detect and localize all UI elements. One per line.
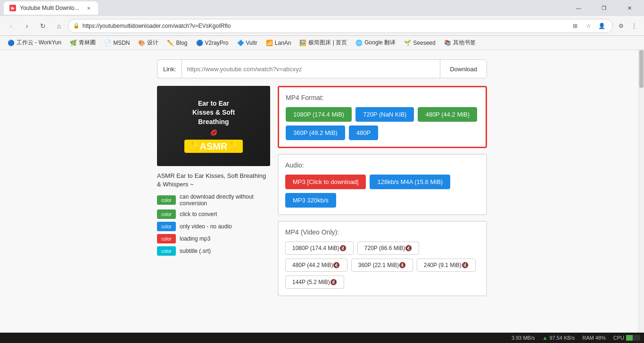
url-text: https://youtubemultidownloader.com/watch… (83, 23, 566, 29)
download-button[interactable]: Download (440, 60, 487, 78)
audio-btn-grid: MP3 [Click to download] 128kb/s M4A (15.… (285, 175, 479, 208)
menu-btn[interactable]: ⋮ (628, 20, 640, 32)
page-inner: Link: Download Ear to Ear Kisses & Soft (0, 50, 644, 311)
bookmark-design[interactable]: 🎨 设计 (134, 37, 162, 49)
gtranslate-icon: 🌐 (355, 40, 363, 46)
msdn-icon: 📄 (104, 40, 111, 46)
mp4-1080p-btn[interactable]: 1080P (174.4 MiB) (286, 107, 352, 122)
video-only-section: MP4 (Video Only): 1080P (174.4 MiB)🔇 720… (278, 221, 487, 296)
legend-item-5: color subtitle (.srt) (157, 246, 270, 256)
close-btn[interactable]: ✕ (619, 0, 640, 16)
cpu-fill (626, 335, 633, 341)
vo-720p-btn[interactable]: 720P (86.6 MiB)🔇 (357, 242, 420, 255)
bookmark-google-translate[interactable]: 🌐 Google 翻译 (352, 37, 399, 49)
bookmark-qinglin[interactable]: 🌿 青林圃 (66, 37, 99, 49)
content-area: Ear to Ear Kisses & Soft Breathing 💋 ✨AS… (157, 86, 487, 302)
gtranslate-label: Google 翻译 (364, 39, 396, 47)
legend-color-5: color (157, 246, 176, 256)
lock-icon: 🔒 (73, 23, 80, 29)
imgbed-label: 极简图床 | 首页 (308, 39, 347, 47)
vultr-icon: 🔷 (237, 40, 244, 46)
maximize-btn[interactable]: ❐ (593, 0, 615, 16)
ram-label: RAM 48% (582, 335, 606, 341)
vo-480p-btn[interactable]: 480P (44.2 MiB)🔇 (285, 259, 347, 272)
legend-color-1: color (157, 195, 176, 205)
vo-1080p-btn[interactable]: 1080P (174.4 MiB)🔇 (285, 242, 354, 255)
bookmarks-bar: 🔵 工作云 - WorkYun 🌿 青林圃 📄 MSDN 🎨 设计 ✏️ Blo… (0, 36, 644, 50)
profile-icon[interactable]: 👤 (595, 20, 608, 32)
bookmark-v2ray[interactable]: 🔵 V2rayPro (192, 37, 232, 49)
mp4-480p-btn[interactable]: 480P (44.2 MiB) (418, 107, 477, 122)
blog-label: Blog (176, 40, 187, 46)
bookmark-blog[interactable]: ✏️ Blog (163, 37, 191, 49)
legend-text-4: loading mp3 (180, 235, 210, 242)
lanan-icon: 📶 (266, 40, 273, 46)
bookmark-icon[interactable]: ☆ (582, 20, 594, 32)
scrollbar-thumb[interactable] (639, 50, 644, 88)
thumb-title-line1: Ear to Ear (198, 99, 229, 109)
network-speed: 3.93 MB/s (512, 335, 535, 341)
forward-btn[interactable]: › (20, 19, 34, 33)
bookmark-vultr[interactable]: 🔷 Vultr (233, 37, 261, 49)
mp4-360p-btn[interactable]: 360P (49.2 MiB) (286, 125, 345, 140)
bookmark-imgbed[interactable]: 🖼️ 极简图床 | 首页 (296, 37, 351, 49)
mp4-480p-only-btn[interactable]: 480P (349, 125, 378, 140)
legend: color can download directly without conv… (157, 193, 270, 256)
vo-360p-btn[interactable]: 360P (22.1 MiB)🔇 (351, 259, 413, 272)
link-bar: Link: Download (157, 59, 487, 78)
extensions-btn[interactable]: ⚙ (615, 20, 627, 32)
bookmark-workyun[interactable]: 🔵 工作云 - WorkYun (4, 37, 65, 49)
others-label: 其他书签 (453, 39, 476, 47)
back-btn[interactable]: ‹ (4, 19, 18, 33)
bookmark-msdn[interactable]: 📄 MSDN (100, 37, 133, 49)
legend-item-1: color can download directly without conv… (157, 193, 270, 207)
translate-icon[interactable]: ⊞ (569, 20, 581, 32)
cpu-bar (626, 335, 640, 341)
address-actions: ⊞ ☆ 👤 (569, 20, 608, 32)
thumb-overlay: Ear to Ear Kisses & Soft Breathing 💋 ✨AS… (157, 86, 270, 166)
mp4-btn-grid: 1080P (174.4 MiB) 720P (NaN KiB) 480P (4… (286, 107, 479, 140)
seeseed-icon: 🌱 (404, 40, 411, 46)
video-thumbnail: Ear to Ear Kisses & Soft Breathing 💋 ✨AS… (157, 86, 270, 166)
vo-144p-btn[interactable]: 144P (5.2 MiB)🔇 (285, 276, 344, 289)
seeseed-label: Seeseed (413, 40, 435, 46)
qinglin-icon: 🌿 (70, 40, 77, 46)
legend-item-2: color click to convert (157, 209, 270, 219)
tab-title: Youtube Multi Downlo... (20, 5, 79, 11)
bookmark-lanan[interactable]: 📶 LanAn (262, 37, 295, 49)
link-input[interactable] (182, 60, 440, 78)
mp3-320k-btn[interactable]: MP3 320kb/s (285, 193, 336, 208)
legend-color-4: color (157, 234, 176, 243)
home-btn[interactable]: ⌂ (52, 19, 66, 33)
qinglin-label: 青林圃 (79, 39, 96, 47)
minimize-btn[interactable]: — (568, 0, 589, 16)
browser-frame: ▶ Youtube Multi Downlo... ✕ — ❐ ✕ ‹ › ↻ … (0, 0, 644, 343)
reload-btn[interactable]: ↻ (36, 19, 50, 33)
mp4-format-section: MP4 Format: 1080P (174.4 MiB) 720P (NaN … (278, 86, 487, 148)
imgbed-icon: 🖼️ (299, 40, 306, 46)
thumb-title-line2: Kisses & Soft (192, 108, 235, 117)
tab-close-btn[interactable]: ✕ (85, 4, 92, 12)
link-label: Link: (157, 60, 182, 78)
vo-240p-btn[interactable]: 240P (9.1 MiB)🔇 (417, 259, 476, 272)
m4a-128k-btn[interactable]: 128kb/s M4A (15.6 MiB) (370, 175, 450, 189)
mp4-720p-btn[interactable]: 720P (NaN KiB) (355, 107, 414, 122)
left-panel: Ear to Ear Kisses & Soft Breathing 💋 ✨AS… (157, 86, 270, 302)
tab-favicon: ▶ (9, 5, 16, 11)
cpu-usage: CPU (613, 335, 640, 341)
mp3-download-btn[interactable]: MP3 [Click to download] (285, 175, 366, 189)
audio-section: Audio: MP3 [Click to download] 128kb/s M… (278, 154, 487, 215)
others-icon: 📚 (444, 40, 451, 46)
bookmark-others[interactable]: 📚 其他书签 (440, 37, 479, 49)
window-controls: — ❐ ✕ (568, 0, 640, 16)
upload-arrow: ▲ (543, 335, 548, 341)
legend-item-3: color only video - no audio (157, 222, 270, 231)
video-only-btn-grid: 1080P (174.4 MiB)🔇 720P (86.6 MiB)🔇 480P… (285, 242, 479, 289)
main-container: Link: Download Ear to Ear Kisses & Soft (157, 59, 487, 302)
right-panel: MP4 Format: 1080P (174.4 MiB) 720P (NaN … (278, 86, 487, 302)
address-bar[interactable]: 🔒 https://youtubemultidownloader.com/wat… (68, 19, 613, 33)
scrollbar[interactable] (638, 50, 644, 333)
bookmark-seeseed[interactable]: 🌱 Seeseed (400, 37, 439, 49)
browser-tab[interactable]: ▶ Youtube Multi Downlo... ✕ (4, 1, 98, 15)
emoji-label: 💋 (210, 129, 217, 136)
